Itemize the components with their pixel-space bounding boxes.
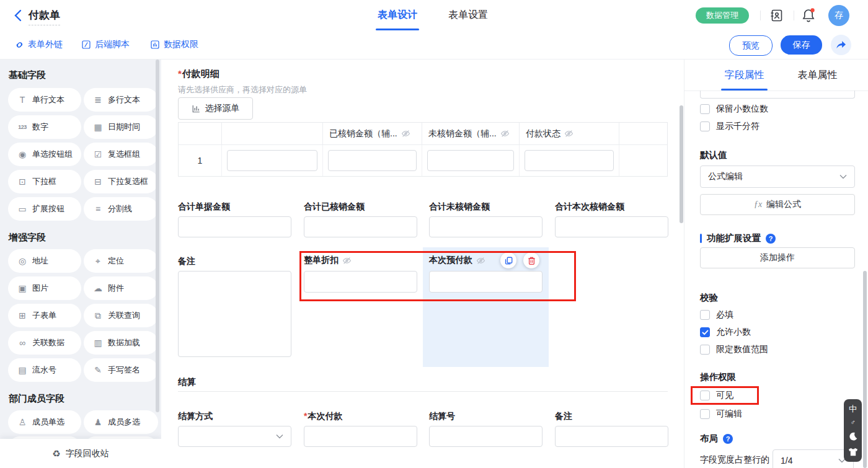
dark-mode-moon-icon[interactable] [848,431,858,441]
header-cell-empty [222,123,323,145]
field-item-location[interactable]: ⌖定位 [84,249,158,273]
field-item-image[interactable]: ▣图片 [8,276,81,300]
recycle-icon: ♻ [52,448,60,459]
field-item-extend-button[interactable]: ▭扩展按钮 [8,197,81,221]
hidden-eye-icon[interactable] [564,129,574,138]
field-item-subform[interactable]: ⊞子表单 [8,304,81,327]
user-avatar[interactable]: 存 [828,5,849,26]
checkbox-limit-range[interactable]: 限定数值范围 [700,344,768,355]
total-doc-amount-input[interactable] [178,216,291,237]
form-external-link-label: 表单外链 [28,39,63,50]
delete-field-button[interactable] [523,252,539,268]
tab-field-properties[interactable]: 字段属性 [724,69,765,82]
field-item-select[interactable]: ⊡下拉框 [8,170,81,193]
prepay-input[interactable] [429,271,542,293]
remark-textarea[interactable] [178,271,291,357]
checkbox-thousand-separator[interactable]: 显示千分符 [700,121,760,132]
canvas-scrollbar[interactable] [680,105,683,223]
hidden-eye-icon[interactable] [342,256,352,265]
hidden-eye-icon[interactable] [500,129,510,138]
cell-input[interactable] [328,150,417,171]
notification-bell-icon[interactable] [801,7,816,24]
panel-tabbar [684,60,868,91]
checkbox-keep-decimal[interactable]: 保留小数位数 [700,104,768,115]
data-load-icon: ▥ [92,338,104,348]
cell-input[interactable] [427,150,514,171]
field-item-data-load[interactable]: ▥数据加载 [84,331,158,355]
gender-icon[interactable]: ♂ [850,419,855,426]
select-source-button[interactable]: 选择源单 [178,97,253,120]
field-item-signature[interactable]: ✎手写签名 [84,358,158,382]
hidden-eye-icon[interactable] [476,256,485,265]
field-item-member-multi[interactable]: ♟成员多选 [84,410,158,434]
save-button[interactable]: 保存 [781,35,822,55]
default-value-select[interactable]: 公式编辑 [700,166,855,188]
serial-number-icon: ▤ [17,365,28,375]
subform-table-header: 已核销金额（辅... 未核销金额（辅... 付款状态 [179,123,667,145]
field-item-single-line-text[interactable]: T单行文本 [8,88,81,112]
copy-field-button[interactable] [500,252,516,268]
panel-scrollbar[interactable] [863,271,867,468]
field-item-datetime[interactable]: ▦日期时间 [84,115,158,139]
field-item-member-single[interactable]: ♙成员单选 [8,410,81,434]
field-item-serial-number[interactable]: ▤流水号 [8,358,81,382]
field-item-address[interactable]: ◎地址 [8,249,81,273]
back-icon[interactable] [14,9,22,22]
checkbox-box[interactable] [700,345,710,355]
settle-number-input[interactable] [429,426,542,447]
form-external-link[interactable]: 表单外链 [14,39,63,50]
field-item-attachment[interactable]: ☁附件 [84,276,158,300]
backend-script-link[interactable]: 后端脚本 [81,39,130,50]
field-item-lookup-query[interactable]: ⧉关联查询 [84,304,158,327]
checkbox-allow-decimal[interactable]: 允许小数 [700,327,751,338]
header-cell-payment-status[interactable]: 付款状态 [520,123,619,145]
checkbox-box[interactable] [700,310,710,320]
checkbox-visible[interactable]: 可见 [700,390,733,401]
checkbox-box[interactable] [700,121,710,131]
cell-input[interactable] [227,150,317,171]
field-item-multi-line-text[interactable]: ≣多行文本 [84,88,158,112]
tab-form-settings[interactable]: 表单设置 [448,9,489,22]
checkbox-box-checked[interactable] [700,327,710,337]
settle-remark-input[interactable] [555,426,668,447]
bar-chart-icon [192,104,201,113]
hidden-eye-icon[interactable] [401,129,410,138]
data-manage-button[interactable]: 数据管理 [696,7,749,24]
checkbox-required[interactable]: 必填 [700,309,733,320]
field-item-divider[interactable]: ≡分割线 [84,197,158,221]
discount-input[interactable] [304,271,417,293]
field-item-linked-data[interactable]: ∞关联数据 [8,331,81,355]
checkbox-editable[interactable]: 可编辑 [700,408,742,420]
field-item-multi-select[interactable]: ⊟下拉复选框 [84,170,158,193]
field-item-number[interactable]: 123数字 [8,115,81,139]
address-book-icon[interactable] [769,8,784,23]
partial-input-bottom[interactable] [700,91,855,99]
preview-button[interactable]: 预览 [729,35,773,56]
theme-shirt-icon[interactable] [848,448,858,456]
field-recycle-bin[interactable]: ♻ 字段回收站 [0,439,161,468]
header-cell-settled-amount[interactable]: 已核销金额（辅... [323,123,422,145]
field-item-checkbox-group[interactable]: ☑复选框组 [84,143,158,166]
tab-form-properties[interactable]: 表单属性 [797,69,838,82]
share-button[interactable] [831,35,851,55]
checkbox-box[interactable] [700,409,710,419]
help-icon[interactable]: ? [766,234,776,244]
field-width-select[interactable]: 1/4 [773,449,854,468]
language-button[interactable]: 中 [849,405,857,413]
settle-method-select[interactable] [178,426,291,447]
help-icon[interactable]: ? [723,434,733,444]
header-cell-unsettled-amount[interactable]: 未核销金额（辅... [422,123,520,145]
total-settled-input[interactable] [304,216,417,237]
add-action-button[interactable]: 添加操作 [700,247,855,268]
field-item-radio-group[interactable]: ◉单选按钮组 [8,143,81,166]
checkbox-box[interactable] [700,391,710,400]
total-current-settle-input[interactable] [555,216,668,237]
checkbox-box[interactable] [700,104,710,114]
sidebar-scrollbar[interactable] [156,60,159,412]
total-unsettled-input[interactable] [429,216,542,237]
current-payment-input[interactable] [304,426,417,447]
data-permission-link[interactable]: 数据权限 [150,39,198,50]
cell-input[interactable] [525,150,614,171]
edit-formula-button[interactable]: ƒx 编辑公式 [700,194,855,215]
tab-form-design[interactable]: 表单设计 [377,9,418,22]
